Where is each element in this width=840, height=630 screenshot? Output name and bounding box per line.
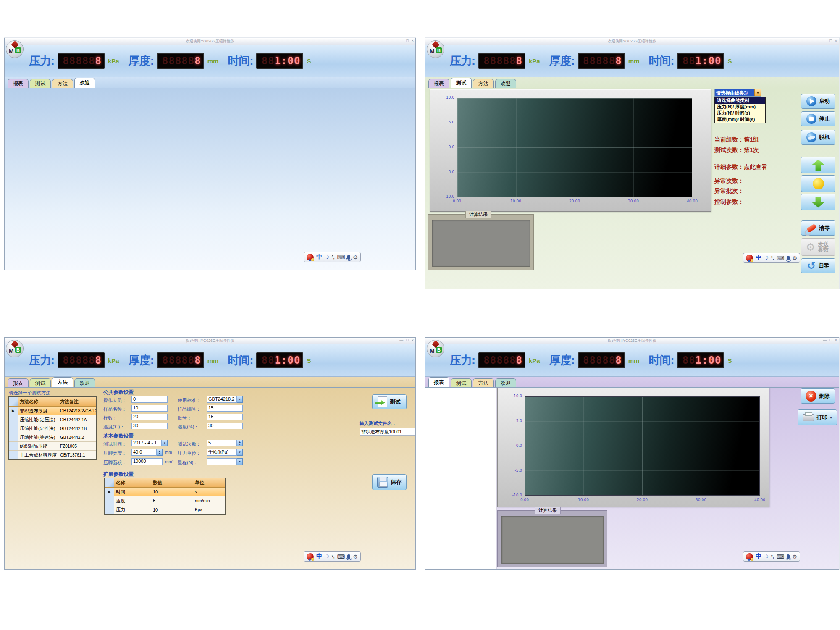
- move-up-button[interactable]: [801, 157, 835, 173]
- method-row[interactable]: 纺织制品压缩 FZ01005: [9, 442, 96, 451]
- test-date-select[interactable]: 2017 - 4 - 1: [131, 440, 162, 446]
- ime-settings-icon[interactable]: ⚙: [353, 554, 358, 560]
- ime-logo-icon[interactable]: [307, 254, 314, 261]
- tab-welcome[interactable]: 欢迎: [495, 378, 516, 387]
- dropdown-option[interactable]: 压力(N)/ 时间(s): [715, 110, 765, 116]
- standard-select[interactable]: GBT24218.2 GB: [207, 396, 237, 403]
- sample-count-input[interactable]: 20: [131, 414, 168, 420]
- run-test-button[interactable]: 测试: [372, 394, 407, 410]
- ime-language-bar[interactable]: 中 ☽ °, ⌨ ⚙: [304, 252, 361, 262]
- close-button[interactable]: ×: [412, 338, 414, 342]
- print-menu-icon[interactable]: ▾: [830, 415, 832, 420]
- ime-punctuation-icon[interactable]: °,: [332, 554, 335, 559]
- ime-language-icon[interactable]: 中: [316, 553, 322, 560]
- dropdown-option[interactable]: 压力(N)/ 厚度(mm): [715, 104, 765, 110]
- tab-report[interactable]: 报表: [428, 377, 449, 387]
- ime-settings-icon[interactable]: ⚙: [353, 254, 358, 260]
- ime-logo-icon[interactable]: [307, 553, 314, 560]
- test-count-spinner[interactable]: 5: [207, 440, 237, 446]
- tab-method[interactable]: 方法: [52, 79, 73, 88]
- extended-row[interactable]: ▶ 时间 10 s: [105, 488, 225, 496]
- tab-welcome[interactable]: 欢迎: [495, 79, 516, 88]
- presser-area-input[interactable]: 10000: [131, 458, 163, 465]
- move-down-button[interactable]: [801, 194, 835, 210]
- close-button[interactable]: ×: [835, 338, 837, 342]
- tab-test[interactable]: 测试: [30, 79, 51, 88]
- save-button[interactable]: 保存: [372, 474, 407, 490]
- ime-punctuation-icon[interactable]: °,: [771, 554, 774, 559]
- extended-row[interactable]: 压力 10 Kpa: [105, 505, 225, 514]
- pressure-unit-select[interactable]: 千帕(kPa): [207, 449, 237, 456]
- titlebar[interactable]: 欢迎使用YG026G压缩弹性仪 — □ ×: [425, 338, 839, 344]
- ime-punctuation-icon[interactable]: °,: [332, 255, 335, 260]
- report-list-panel[interactable]: [425, 388, 497, 569]
- maximize-button[interactable]: □: [406, 338, 408, 342]
- presser-width-spinner[interactable]: 40.0: [131, 449, 157, 456]
- ime-settings-icon[interactable]: ⚙: [792, 255, 797, 261]
- tab-test[interactable]: 测试: [451, 78, 472, 88]
- ime-keyboard-icon[interactable]: ⌨: [777, 255, 785, 261]
- ime-keyboard-icon[interactable]: ⌨: [337, 254, 345, 260]
- curve-type-dropdown[interactable]: 请选择曲线类别 ▼: [714, 89, 761, 97]
- ime-settings-icon[interactable]: ⚙: [792, 554, 797, 560]
- tab-report[interactable]: 报表: [428, 79, 449, 88]
- send-params-button[interactable]: ⚙ 发送参数: [801, 238, 835, 256]
- minimize-button[interactable]: —: [823, 39, 827, 43]
- spinner-icon[interactable]: ▲▼: [237, 440, 243, 446]
- method-row[interactable]: 土工合成材料厚度 GB/T13761.1: [9, 451, 96, 459]
- sample-name-input[interactable]: 10: [131, 405, 168, 412]
- ime-logo-icon[interactable]: [746, 255, 753, 262]
- maximize-button[interactable]: □: [406, 39, 408, 43]
- ime-fullhalf-icon[interactable]: ☽: [325, 254, 329, 260]
- ime-language-icon[interactable]: 中: [316, 253, 322, 261]
- tab-method[interactable]: 方法: [473, 378, 494, 387]
- temperature-input[interactable]: 30: [131, 423, 168, 429]
- operator-input[interactable]: 0: [131, 396, 168, 403]
- tab-report[interactable]: 报表: [8, 378, 29, 387]
- clear-zero-button[interactable]: 清零: [801, 220, 835, 236]
- standard-dropdown-icon[interactable]: ▼: [237, 396, 243, 403]
- ime-keyboard-icon[interactable]: ⌨: [777, 554, 785, 560]
- close-button[interactable]: ×: [412, 39, 414, 43]
- curve-type-value[interactable]: 请选择曲线类别: [715, 89, 754, 96]
- ime-fullhalf-icon[interactable]: ☽: [764, 255, 769, 261]
- tab-method[interactable]: 方法: [52, 377, 73, 387]
- extended-row[interactable]: 速度 5 mm/min: [105, 496, 225, 505]
- spinner-icon[interactable]: ▲▼: [157, 449, 163, 456]
- ime-fullhalf-icon[interactable]: ☽: [764, 554, 769, 559]
- maximize-button[interactable]: □: [830, 39, 832, 43]
- hold-button[interactable]: [801, 175, 835, 192]
- filename-input[interactable]: 非织造布厚度10001: [360, 428, 415, 436]
- titlebar[interactable]: 欢迎使用YG026G压缩弹性仪 — □ ×: [5, 38, 415, 45]
- method-row[interactable]: 压缩性能(等速法) GBT24442.2: [9, 433, 96, 442]
- maximize-button[interactable]: □: [830, 338, 832, 342]
- titlebar[interactable]: 欢迎使用YG026G压缩弹性仪 — □ ×: [5, 338, 415, 344]
- tab-report[interactable]: 报表: [8, 79, 29, 88]
- tab-test[interactable]: 测试: [30, 378, 51, 387]
- stop-button[interactable]: 停止: [801, 111, 835, 126]
- return-zero-button[interactable]: ↺ 归零: [801, 258, 835, 273]
- delete-button[interactable]: × 删除: [801, 388, 835, 404]
- status-detail-params-link[interactable]: 详细参数：点此查看: [714, 163, 767, 171]
- ime-language-icon[interactable]: 中: [756, 254, 761, 262]
- ime-language-bar[interactable]: 中 ☽ °, ⌨ ⚙: [743, 551, 800, 562]
- range-dropdown-icon[interactable]: ▼: [237, 458, 243, 465]
- dropdown-arrow-icon[interactable]: ▼: [754, 89, 761, 96]
- method-row[interactable]: 压缩性能(定性法) GBT24442.1B: [9, 424, 96, 433]
- close-button[interactable]: ×: [835, 39, 837, 43]
- humidity-input[interactable]: 30: [207, 423, 243, 429]
- dropdown-option[interactable]: 请选择曲线类别: [715, 97, 765, 104]
- ime-fullhalf-icon[interactable]: ☽: [325, 554, 329, 559]
- tab-test[interactable]: 测试: [451, 378, 472, 387]
- range-select[interactable]: [207, 458, 237, 465]
- minimize-button[interactable]: —: [823, 338, 827, 342]
- ime-punctuation-icon[interactable]: °,: [771, 256, 774, 260]
- dropdown-option[interactable]: 厚度(mm)/ 时间(s): [715, 116, 765, 123]
- method-row[interactable]: 压缩性能(定压法) GBT24442.1A: [9, 415, 96, 424]
- start-button[interactable]: 启动: [801, 94, 835, 109]
- minimize-button[interactable]: —: [399, 338, 403, 342]
- ime-microphone-icon[interactable]: [347, 554, 350, 559]
- tab-welcome[interactable]: 欢迎: [74, 378, 95, 387]
- titlebar[interactable]: 欢迎使用YG026G压缩弹性仪 — □ ×: [425, 38, 839, 45]
- minimize-button[interactable]: —: [399, 39, 403, 43]
